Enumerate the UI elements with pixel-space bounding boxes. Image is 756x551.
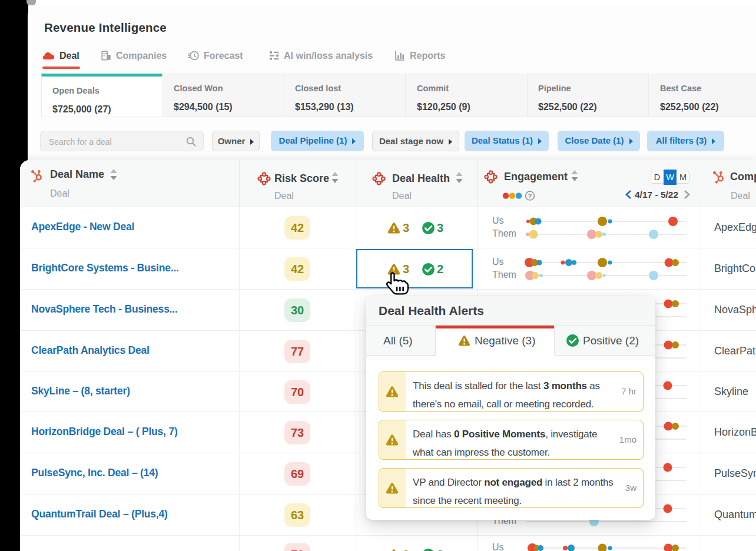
svg-text:?: ? [528,192,532,200]
